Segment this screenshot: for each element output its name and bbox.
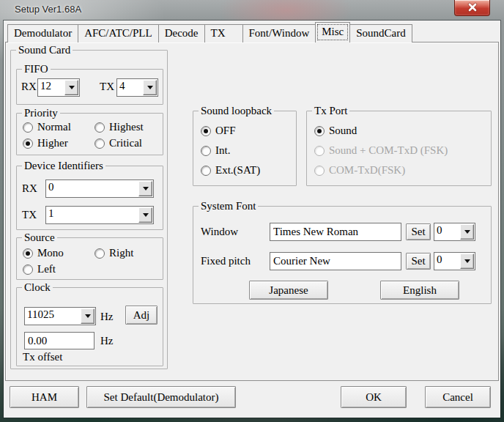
radio-label: Mono bbox=[37, 247, 64, 259]
set-default-demodulator-button[interactable]: Set Default(Demodulator) bbox=[86, 386, 236, 408]
device-rx-label: RX bbox=[22, 182, 37, 195]
fixed-pitch-size-combo[interactable]: 0 bbox=[434, 252, 475, 270]
ham-button[interactable]: HAM bbox=[10, 386, 79, 408]
tx-port-group: Tx Port Sound Sound + COM-TxD (FSK) COM-… bbox=[306, 111, 492, 186]
radio-priority-highest[interactable]: Highest bbox=[94, 121, 144, 133]
window-font-size-value: 0 bbox=[434, 223, 459, 240]
radio-loopback-int[interactable]: Int. bbox=[201, 144, 230, 157]
radio-label: OFF bbox=[215, 125, 236, 137]
tx-port-group-label: Tx Port bbox=[312, 104, 349, 118]
tab-afc-atc-pll[interactable]: AFC/ATC/PLL bbox=[78, 24, 159, 42]
window-font-size-combo[interactable]: 0 bbox=[434, 223, 475, 241]
cancel-button[interactable]: Cancel bbox=[425, 386, 491, 408]
radio-label: Higher bbox=[37, 137, 68, 149]
radio-priority-normal[interactable]: Normal bbox=[23, 121, 71, 133]
dropdown-arrow-icon[interactable] bbox=[138, 181, 152, 196]
device-identifiers-group: Device Identifiers RX 0 TX 1 bbox=[16, 166, 163, 230]
radio-icon bbox=[314, 146, 325, 156]
window-font-label: Window bbox=[201, 226, 238, 238]
fixed-pitch-font-input[interactable] bbox=[270, 252, 401, 270]
dropdown-arrow-icon[interactable] bbox=[64, 80, 78, 95]
device-identifiers-group-label: Device Identifiers bbox=[22, 159, 105, 173]
clock-freq-combo[interactable]: 11025 bbox=[24, 307, 96, 325]
fifo-rx-combo[interactable]: 12 bbox=[37, 78, 80, 97]
dropdown-arrow-icon[interactable] bbox=[138, 207, 152, 223]
radio-source-mono[interactable]: Mono bbox=[23, 247, 64, 259]
system-font-group-label: System Font bbox=[199, 199, 258, 213]
fixed-pitch-font-label: Fixed pitch bbox=[201, 255, 251, 267]
radio-loopback-ext-sat[interactable]: Ext.(SAT) bbox=[201, 164, 260, 177]
sound-card-group-label: Sound Card bbox=[16, 43, 73, 57]
radio-txport-com-txd-fsk: COM-TxD(FSK) bbox=[314, 164, 405, 177]
radio-txport-sound[interactable]: Sound bbox=[314, 125, 357, 137]
source-group: Source Mono Right Left bbox=[16, 237, 163, 280]
close-icon bbox=[467, 2, 478, 12]
priority-group-label: Priority bbox=[22, 106, 60, 120]
radio-label: Sound bbox=[329, 125, 357, 137]
sound-loopback-group-label: Sound loopback bbox=[199, 104, 274, 118]
dropdown-arrow-icon[interactable] bbox=[460, 224, 474, 240]
radio-label: Right bbox=[109, 247, 133, 259]
tx-offset-input[interactable] bbox=[24, 332, 94, 349]
radio-source-left[interactable]: Left bbox=[23, 263, 56, 275]
adj-button[interactable]: Adj bbox=[125, 306, 158, 325]
dropdown-arrow-icon[interactable] bbox=[460, 253, 474, 269]
setup-dialog: Demodulator AFC/ATC/PLL Decode TX Font/W… bbox=[4, 21, 500, 418]
sound-loopback-group: Sound loopback OFF Int. Ext.(SAT) bbox=[193, 111, 297, 186]
radio-label: Sound + COM-TxD (FSK) bbox=[329, 144, 448, 157]
misc-tab-page: Sound Card FIFO RX 12 TX 4 Priority bbox=[5, 42, 499, 381]
tx-offset-label: Tx offset bbox=[23, 351, 62, 363]
tab-tx[interactable]: TX bbox=[204, 24, 243, 42]
tab-font-window[interactable]: Font/Window bbox=[242, 24, 316, 42]
radio-icon bbox=[94, 248, 105, 259]
fixed-pitch-set-button[interactable]: Set bbox=[406, 253, 431, 270]
device-tx-label: TX bbox=[22, 209, 37, 221]
radio-label: Highest bbox=[109, 121, 144, 133]
radio-icon bbox=[94, 138, 105, 149]
english-button[interactable]: English bbox=[380, 281, 459, 300]
title-bar[interactable]: Setup Ver1.68A bbox=[0, 0, 504, 21]
tab-demodulator[interactable]: Demodulator bbox=[7, 24, 78, 42]
fifo-group-label: FIFO bbox=[22, 62, 51, 76]
japanese-button[interactable]: Japanese bbox=[249, 281, 328, 300]
sound-card-group: Sound Card FIFO RX 12 TX 4 Priority bbox=[10, 50, 168, 369]
source-group-label: Source bbox=[22, 231, 57, 245]
radio-icon bbox=[314, 126, 325, 136]
radio-priority-higher[interactable]: Higher bbox=[23, 137, 68, 149]
close-button[interactable] bbox=[454, 0, 490, 16]
window-title: Setup Ver1.68A bbox=[15, 4, 81, 15]
tab-decode[interactable]: Decode bbox=[158, 24, 205, 42]
clock-group-label: Clock bbox=[22, 281, 53, 295]
device-rx-combo[interactable]: 0 bbox=[45, 179, 154, 198]
tab-soundcard[interactable]: SoundCard bbox=[349, 24, 412, 42]
ok-button[interactable]: OK bbox=[341, 386, 407, 408]
fifo-tx-combo-value: 4 bbox=[117, 79, 142, 96]
fifo-tx-combo[interactable]: 4 bbox=[116, 78, 158, 97]
radio-icon bbox=[94, 122, 105, 133]
system-font-group: System Font Window Set 0 Fixed pitch Set… bbox=[193, 206, 492, 304]
window-font-input[interactable] bbox=[270, 223, 401, 241]
fixed-pitch-size-value: 0 bbox=[434, 253, 459, 270]
radio-priority-critical[interactable]: Critical bbox=[94, 137, 142, 149]
radio-icon bbox=[23, 264, 33, 275]
radio-icon bbox=[23, 248, 33, 259]
radio-icon bbox=[201, 146, 211, 156]
tab-misc[interactable]: Misc bbox=[315, 22, 350, 42]
fifo-tx-label: TX bbox=[100, 81, 114, 93]
dropdown-arrow-icon[interactable] bbox=[81, 308, 94, 324]
radio-source-right[interactable]: Right bbox=[94, 247, 133, 259]
device-tx-combo[interactable]: 1 bbox=[45, 206, 154, 224]
priority-group: Priority Normal Highest Higher Critical bbox=[16, 113, 163, 155]
clock-freq-unit-label: Hz bbox=[100, 311, 114, 323]
clock-group: Clock 11025 Hz Adj Hz Tx offset bbox=[16, 287, 163, 366]
radio-label: Ext.(SAT) bbox=[215, 164, 260, 177]
radio-txport-sound-com-txd-fsk: Sound + COM-TxD (FSK) bbox=[314, 144, 448, 157]
dropdown-arrow-icon[interactable] bbox=[143, 80, 157, 95]
radio-label: Left bbox=[37, 263, 56, 275]
radio-label: COM-TxD(FSK) bbox=[329, 164, 405, 177]
radio-icon bbox=[201, 166, 211, 176]
fifo-rx-label: RX bbox=[21, 81, 37, 93]
window-font-set-button[interactable]: Set bbox=[406, 223, 431, 240]
device-rx-combo-value: 0 bbox=[46, 180, 138, 197]
radio-loopback-off[interactable]: OFF bbox=[201, 125, 236, 137]
